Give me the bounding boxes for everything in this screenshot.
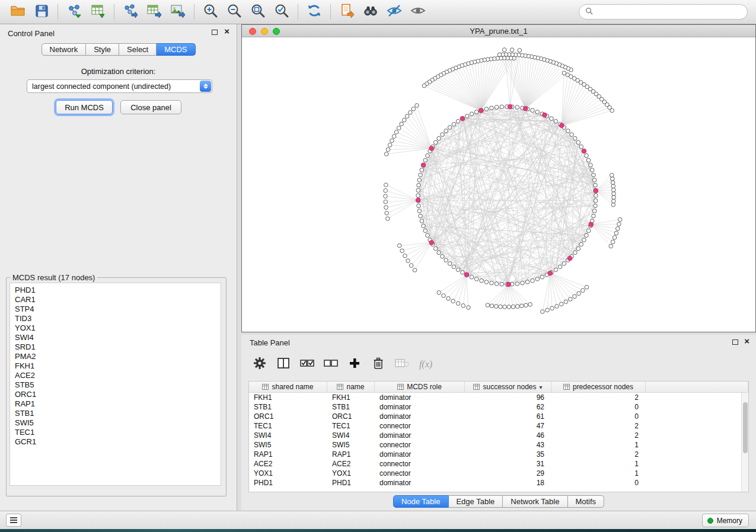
- table-cell[interactable]: ACE2: [249, 459, 327, 469]
- search-input[interactable]: [596, 8, 741, 16]
- table-cell[interactable]: 0: [551, 412, 646, 421]
- export-image-button[interactable]: [166, 2, 190, 22]
- table-scrollbar[interactable]: [741, 393, 748, 492]
- table-cell[interactable]: 62: [465, 402, 551, 412]
- tab-mcds[interactable]: MCDS: [157, 43, 195, 56]
- table-cell[interactable]: 2: [551, 421, 646, 431]
- mcds-result-item[interactable]: STB5: [10, 380, 221, 390]
- table-options-button[interactable]: [251, 355, 269, 373]
- table-cell[interactable]: connector: [375, 440, 465, 450]
- table-cell[interactable]: connector: [375, 459, 465, 469]
- show-columns-button[interactable]: [275, 355, 292, 373]
- network-canvas[interactable]: [242, 37, 755, 332]
- table-cell[interactable]: [646, 440, 748, 450]
- mcds-result-item[interactable]: ACE2: [10, 371, 221, 380]
- table-cell[interactable]: 2: [551, 431, 646, 440]
- table-row[interactable]: PHD1PHD1dominator180: [249, 478, 748, 488]
- table-cell[interactable]: [646, 469, 748, 478]
- import-table-button[interactable]: [86, 2, 110, 22]
- mcds-result-item[interactable]: CAR1: [10, 295, 221, 305]
- table-cell[interactable]: PHD1: [327, 478, 375, 488]
- table-cell[interactable]: YOX1: [327, 469, 375, 478]
- mcds-result-item[interactable]: GCR1: [10, 437, 221, 447]
- mcds-result-item[interactable]: ORC1: [10, 390, 221, 399]
- table-cell[interactable]: STB1: [327, 402, 375, 412]
- column-header-shared-name[interactable]: shared name: [249, 382, 327, 392]
- scrollbar-thumb[interactable]: [743, 402, 748, 453]
- export-table-button[interactable]: [142, 2, 166, 22]
- table-cell[interactable]: 35: [465, 450, 551, 459]
- memory-button[interactable]: Memory: [702, 514, 749, 527]
- table-cell[interactable]: FKH1: [327, 393, 375, 402]
- table-cell[interactable]: 1: [551, 459, 646, 469]
- table-cell[interactable]: connector: [375, 421, 465, 431]
- table-cell[interactable]: dominator: [375, 431, 465, 440]
- float-panel-icon[interactable]: [212, 30, 218, 35]
- table-cell[interactable]: dominator: [375, 450, 465, 459]
- table-cell[interactable]: dominator: [375, 393, 465, 402]
- table-cell[interactable]: 2: [551, 450, 646, 459]
- table-cell[interactable]: dominator: [375, 402, 465, 412]
- float-table-panel-icon[interactable]: [732, 339, 738, 345]
- hide-selected-button[interactable]: [382, 2, 406, 22]
- share-document-button[interactable]: [335, 2, 359, 22]
- import-network-button[interactable]: [62, 2, 86, 22]
- table-cell[interactable]: 43: [465, 440, 551, 450]
- table-row[interactable]: RAP1RAP1dominator352: [249, 450, 748, 459]
- mcds-result-item[interactable]: YOX1: [10, 323, 221, 333]
- table-cell[interactable]: [646, 402, 748, 412]
- table-cell[interactable]: 31: [465, 459, 551, 469]
- mcds-result-item[interactable]: STB1: [10, 409, 221, 418]
- table-cell[interactable]: 29: [465, 469, 551, 478]
- tab-style[interactable]: Style: [86, 43, 119, 56]
- tab-network-table[interactable]: Network Table: [503, 495, 567, 508]
- table-cell[interactable]: ORC1: [249, 412, 327, 421]
- table-cell[interactable]: 47: [465, 421, 551, 431]
- zoom-fit-button[interactable]: [246, 2, 270, 22]
- table-cell[interactable]: connector: [375, 469, 465, 478]
- table-cell[interactable]: YOX1: [249, 469, 327, 478]
- table-cell[interactable]: 1: [551, 469, 646, 478]
- table-cell[interactable]: 0: [551, 478, 646, 488]
- sort-caret-icon[interactable]: ▾: [540, 384, 543, 390]
- table-cell[interactable]: TEC1: [327, 421, 375, 431]
- table-row[interactable]: ORC1ORC1dominator610: [249, 412, 748, 421]
- close-panel-icon[interactable]: ×: [224, 28, 229, 34]
- table-cell[interactable]: 96: [465, 393, 551, 402]
- select-all-rows-button[interactable]: [298, 355, 316, 373]
- table-cell[interactable]: [646, 431, 748, 440]
- open-session-button[interactable]: [6, 2, 30, 22]
- table-cell[interactable]: ORC1: [327, 412, 375, 421]
- mcds-result-item[interactable]: SRD1: [10, 342, 221, 352]
- table-row[interactable]: ACE2ACE2connector311: [249, 459, 748, 469]
- tab-network[interactable]: Network: [41, 43, 86, 56]
- tab-select[interactable]: Select: [119, 43, 157, 56]
- table-cell[interactable]: 18: [465, 478, 551, 488]
- show-all-button[interactable]: [406, 2, 430, 22]
- first-neighbors-button[interactable]: [359, 2, 382, 22]
- table-cell[interactable]: RAP1: [249, 450, 327, 459]
- tab-edge-table[interactable]: Edge Table: [448, 495, 503, 508]
- table-cell[interactable]: [646, 393, 748, 402]
- close-panel-button[interactable]: Close panel: [120, 100, 181, 114]
- table-cell[interactable]: [646, 412, 748, 421]
- zoom-selected-button[interactable]: [270, 2, 294, 22]
- table-cell[interactable]: SWI5: [249, 440, 327, 450]
- table-row[interactable]: YOX1YOX1connector291: [249, 469, 748, 478]
- column-header-predecessor-nodes[interactable]: predecessor nodes: [551, 382, 646, 392]
- mcds-result-item[interactable]: TEC1: [10, 428, 221, 437]
- table-cell[interactable]: 2: [551, 393, 646, 402]
- column-header-successor-nodes[interactable]: successor nodes ▾: [465, 382, 551, 392]
- mcds-result-list[interactable]: PHD1CAR1STP4TID3YOX1SWI4SRD1PMA2FKH1ACE2…: [9, 283, 221, 486]
- table-cell[interactable]: SWI5: [327, 440, 375, 450]
- mcds-result-item[interactable]: TID3: [10, 314, 221, 323]
- close-table-panel-icon[interactable]: ×: [744, 338, 749, 344]
- table-cell[interactable]: [646, 421, 748, 431]
- column-header-mcds-role[interactable]: MCDS role: [375, 382, 465, 392]
- column-header-name[interactable]: name: [327, 382, 375, 392]
- table-cell[interactable]: [646, 478, 748, 488]
- table-cell[interactable]: 0: [551, 402, 646, 412]
- mcds-result-item[interactable]: SWI4: [10, 333, 221, 342]
- function-builder-button[interactable]: f(x): [417, 355, 435, 373]
- table-cell[interactable]: RAP1: [327, 450, 375, 459]
